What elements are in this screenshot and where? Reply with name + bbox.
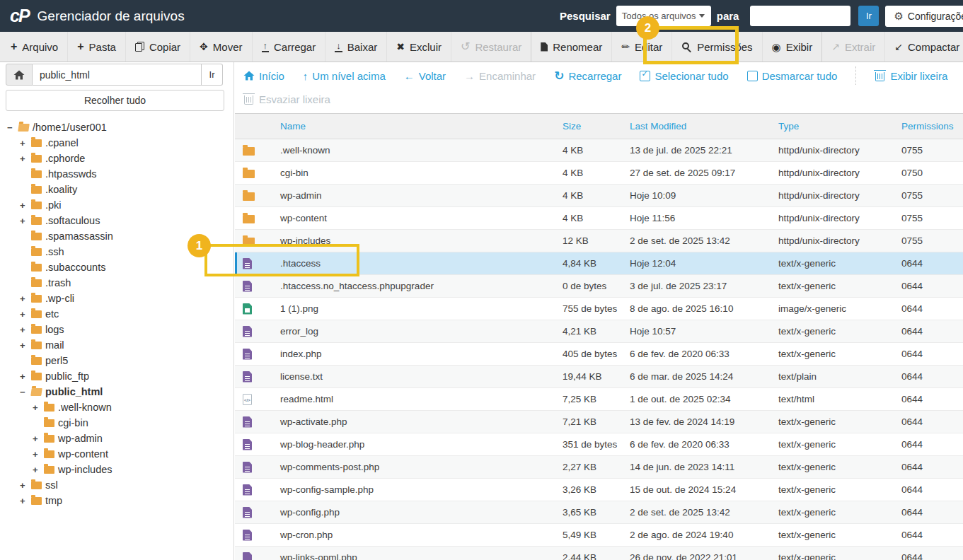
file-modified: 8 de ago. de 2025 16:10: [630, 303, 778, 314]
toolbar-button-copiar[interactable]: Copiar: [125, 32, 190, 62]
tree-item[interactable]: − /home1/user001: [0, 119, 233, 135]
toolbar-button-arquivo[interactable]: + Arquivo: [1, 32, 67, 62]
arrow-left-icon: ←: [404, 71, 415, 81]
tree-item[interactable]: + mail: [0, 337, 233, 353]
home-path-button[interactable]: [6, 64, 33, 86]
file-modified: 2 de ago. de 2024 19:40: [630, 530, 778, 540]
toolbar-button-extrair[interactable]: ↗ Extrair: [821, 32, 884, 62]
tree-item[interactable]: + .wp-cli: [0, 291, 233, 306]
tree-item[interactable]: .koality: [0, 182, 233, 197]
search-go-button[interactable]: Ir: [858, 6, 879, 26]
tree-item[interactable]: + .cphorde: [0, 151, 233, 166]
nav-um-nivel-acima[interactable]: ↑ Um nível acima: [303, 70, 386, 82]
tree-toggle[interactable]: −: [20, 387, 31, 397]
nav-desmarcar-tudo[interactable]: Desmarcar tudo: [747, 70, 838, 82]
tree-item[interactable]: + public_ftp: [0, 368, 233, 384]
file-size: 5,49 KB: [563, 530, 630, 540]
search-input[interactable]: [750, 6, 850, 26]
tree-toggle[interactable]: +: [33, 402, 44, 413]
table-row[interactable]: 1 (1).png 755 de bytes 8 de ago. de 2025…: [235, 298, 963, 320]
path-input[interactable]: [33, 64, 202, 86]
nav-inicio[interactable]: Início: [243, 70, 284, 82]
tree-toggle[interactable]: +: [20, 200, 31, 211]
collapse-all-button[interactable]: Recolher tudo: [6, 90, 224, 111]
tree-item[interactable]: + wp-content: [0, 446, 233, 462]
tree-item[interactable]: .subaccounts: [0, 259, 233, 275]
tree-toggle[interactable]: −: [7, 122, 18, 133]
tree-toggle[interactable]: +: [20, 216, 31, 226]
tree-item[interactable]: + .well-known: [0, 399, 233, 415]
nav-selecionar-tudo[interactable]: Selecionar tudo: [640, 70, 728, 82]
nav-exibir-lixeira[interactable]: Exibir lixeira: [875, 70, 947, 82]
table-row[interactable]: wp-config.php 3,65 KB 2 de set. de 2025 …: [235, 501, 963, 524]
column-header-permissions[interactable]: Permissions: [901, 121, 963, 132]
tree-toggle[interactable]: +: [20, 480, 31, 491]
settings-button[interactable]: ⚙ Configurações: [885, 6, 963, 27]
search-scope-select[interactable]: Todos os arquivos: [616, 6, 711, 26]
toolbar-button-mover[interactable]: ✥ Mover: [190, 32, 251, 62]
toolbar-button-carregar[interactable]: ↑ Carregar: [252, 32, 325, 62]
nav-esvaziar-lixeira[interactable]: Esvaziar lixeira: [243, 93, 330, 105]
table-row[interactable]: readme.html 7,25 KB 1 de out. de 2025 02…: [235, 388, 963, 411]
tree-toggle[interactable]: +: [20, 138, 31, 148]
path-go-button[interactable]: Ir: [202, 64, 223, 86]
file-type-icon: [243, 462, 252, 473]
nav-recarregar[interactable]: ↻ Recarregar: [554, 70, 621, 82]
file-modified: Hoje 10:09: [630, 190, 778, 201]
tree-item[interactable]: .trash: [0, 275, 233, 291]
table-row[interactable]: license.txt 19,44 KB 6 de mar. de 2025 1…: [235, 366, 963, 388]
tree-toggle[interactable]: +: [33, 465, 44, 475]
table-row[interactable]: .well-known 4 KB 13 de jul. de 2025 22:2…: [235, 139, 963, 162]
tree-item[interactable]: + ssl: [0, 477, 233, 493]
toolbar-button-pasta[interactable]: + Pasta: [67, 32, 125, 62]
column-header-type[interactable]: Type: [778, 121, 901, 132]
nav-voltar[interactable]: ← Voltar: [404, 70, 446, 82]
tree-toggle[interactable]: +: [20, 309, 31, 320]
column-header-name[interactable]: Name: [275, 121, 563, 132]
tree-toggle[interactable]: +: [33, 449, 44, 460]
tree-item[interactable]: − public_html: [0, 384, 233, 399]
tree-item[interactable]: + wp-admin: [0, 431, 233, 446]
toolbar-button-exibir[interactable]: ◉ Exibir: [762, 32, 822, 62]
tree-toggle[interactable]: +: [20, 371, 31, 382]
toolbar-button-restaurar[interactable]: ↺ Restaurar: [451, 32, 531, 62]
toolbar-button-compactar[interactable]: ↙ Compactar: [884, 32, 963, 62]
tree-item[interactable]: + tmp: [0, 493, 233, 508]
toolbar-button-baixar[interactable]: ↓ Baixar: [325, 32, 386, 62]
table-row[interactable]: wp-admin 4 KB Hoje 10:09 httpd/unix-dire…: [235, 185, 963, 207]
table-row[interactable]: wp-activate.php 7,21 KB 13 de fev. de 20…: [235, 411, 963, 433]
file-type: text/x-generic: [778, 416, 901, 427]
nav-encaminhar[interactable]: → Encaminhar: [464, 70, 536, 82]
table-row[interactable]: wp-cron.php 5,49 KB 2 de ago. de 2024 19…: [235, 524, 963, 547]
tree-toggle[interactable]: +: [20, 153, 31, 164]
tree-item[interactable]: + etc: [0, 306, 233, 322]
tree-item[interactable]: perl5: [0, 353, 233, 368]
tree-item-label: public_ftp: [45, 371, 89, 382]
column-header-modified[interactable]: Last Modified: [630, 121, 778, 132]
tree-item[interactable]: + wp-includes: [0, 462, 233, 477]
column-header-size[interactable]: Size: [563, 121, 630, 132]
table-row[interactable]: index.php 405 de bytes 6 de fev. de 2020…: [235, 343, 963, 366]
tree-item[interactable]: cgi-bin: [0, 415, 233, 431]
table-row[interactable]: error_log 4,21 KB Hoje 10:57 text/x-gene…: [235, 320, 963, 343]
tree-item[interactable]: + logs: [0, 322, 233, 337]
table-row[interactable]: wp-links-opml.php 2,44 KB 26 de nov. de …: [235, 547, 963, 560]
table-row[interactable]: wp-config-sample.php 3,26 KB 15 de out. …: [235, 479, 963, 501]
tree-toggle[interactable]: +: [20, 325, 31, 335]
tree-toggle[interactable]: +: [20, 340, 31, 351]
tree-toggle[interactable]: +: [20, 293, 31, 304]
table-row[interactable]: wp-comments-post.php 2,27 KB 14 de jun. …: [235, 456, 963, 479]
toolbar-button-excluir[interactable]: ✖ Excluir: [386, 32, 451, 62]
toolbar-button-renomear[interactable]: Renomear: [531, 32, 611, 62]
tree-item[interactable]: + .softaculous: [0, 213, 233, 228]
tree-item[interactable]: + .cpanel: [0, 135, 233, 151]
table-row[interactable]: cgi-bin 4 KB 27 de set. de 2025 09:17 ht…: [235, 162, 963, 185]
tree-toggle[interactable]: +: [20, 496, 31, 506]
file-modified: 2 de set. de 2025 13:42: [630, 507, 778, 518]
table-row[interactable]: .htaccess.no_htaccess.phpupgrader 0 de b…: [235, 275, 963, 298]
tree-toggle[interactable]: +: [33, 433, 44, 444]
tree-item[interactable]: .htpasswds: [0, 166, 233, 182]
tree-item[interactable]: + .pki: [0, 197, 233, 213]
table-row[interactable]: wp-blog-header.php 351 de bytes 6 de fev…: [235, 433, 963, 456]
table-row[interactable]: wp-content 4 KB Hoje 11:56 httpd/unix-di…: [235, 207, 963, 230]
